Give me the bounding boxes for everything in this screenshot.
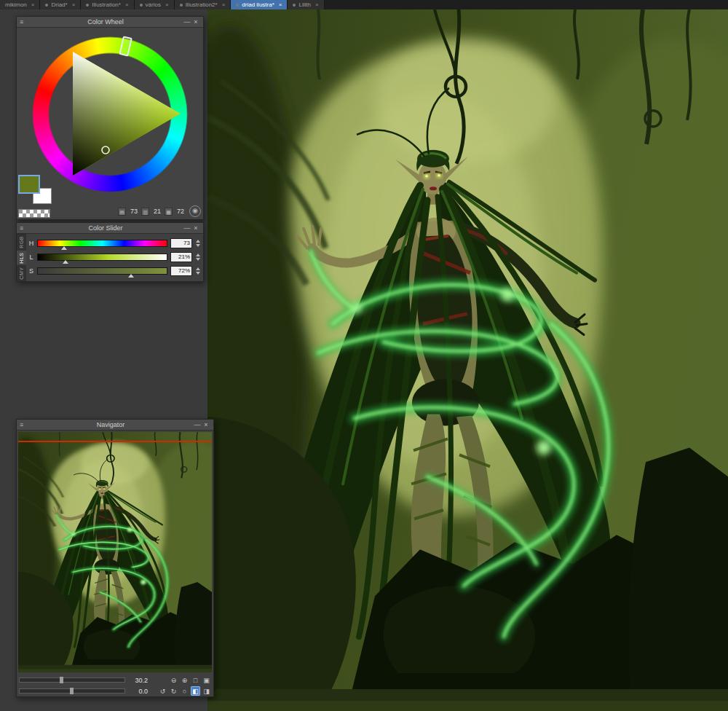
rotation-row: 0.0 ↺ ↻ ○ ◧ ◨	[19, 686, 211, 696]
tab-close-icon[interactable]: ×	[72, 0, 76, 9]
zoom-row: 30.2 ⊖ ⊕ □ ▣	[19, 675, 211, 686]
minimize-icon[interactable]: —	[193, 421, 202, 428]
panel-title: Color Wheel	[28, 18, 183, 25]
tab-label: mikimon	[5, 0, 27, 9]
tab-label: Illustration*	[92, 0, 121, 9]
zoom-value: 30.2	[127, 677, 148, 684]
tab-illustration2[interactable]: Illustration2* ×	[175, 0, 232, 9]
hue-slider-marker[interactable]	[61, 246, 67, 250]
luminosity-slider[interactable]	[37, 254, 167, 261]
reset-rotation-icon[interactable]: ○	[180, 686, 189, 696]
tab-label: Driad*	[51, 0, 67, 9]
tab-rgb[interactable]: RGB	[17, 234, 26, 250]
rotation-slider-thumb[interactable]	[70, 688, 74, 694]
sv-triangle[interactable]	[32, 36, 188, 192]
hue-readout-icon: ▤	[118, 208, 126, 216]
luminosity-slider-label: L	[28, 254, 34, 261]
luminosity-readout-icon: ▥	[141, 208, 149, 216]
panel-title: Navigator	[28, 421, 193, 428]
luminosity-readout-value: 21	[151, 208, 161, 215]
hue-readout-value: 73	[128, 208, 138, 215]
tab-close-icon[interactable]: ×	[31, 0, 35, 9]
saturation-slider-label: S	[28, 267, 34, 275]
tab-driad-ilustra[interactable]: driad ilustra* ×	[231, 0, 288, 9]
primary-color-swatch[interactable]	[18, 175, 40, 194]
tab-modified-dot	[140, 4, 143, 7]
actual-size-icon[interactable]: ▣	[202, 675, 211, 685]
tab-driad[interactable]: Driad* ×	[40, 0, 81, 9]
flip-horizontal-icon[interactable]: ◧	[191, 686, 200, 696]
minimize-icon[interactable]: —	[183, 18, 191, 25]
rotation-slider[interactable]	[19, 688, 125, 694]
navigator-thumbnail[interactable]	[18, 432, 212, 672]
close-icon[interactable]: ×	[202, 421, 210, 428]
tab-close-icon[interactable]: ×	[165, 0, 169, 9]
tab-label: Illustration2*	[186, 0, 218, 9]
color-slider-titlebar: ≡ Color Slider — ×	[17, 223, 203, 234]
color-wheel-body: ▤ 73 ▥ 21 ▦ 72 ◉	[17, 28, 203, 219]
rotate-ccw-icon[interactable]: ↺	[158, 686, 167, 696]
panel-menu-icon[interactable]: ≡	[20, 224, 28, 232]
tab-modified-dot	[180, 4, 183, 7]
close-icon[interactable]: ×	[191, 224, 200, 232]
luminosity-value-field[interactable]: 21%	[170, 252, 192, 262]
navigator-titlebar: ≡ Navigator — ×	[17, 420, 213, 431]
saturation-value-field[interactable]: 72%	[170, 266, 192, 276]
luminosity-spinner[interactable]	[195, 254, 200, 261]
panel-menu-icon[interactable]: ≡	[20, 421, 28, 428]
saturation-slider[interactable]	[37, 267, 167, 275]
navigator-preview[interactable]	[18, 432, 212, 672]
saturation-readout-value: 72	[175, 208, 184, 215]
luminosity-slider-marker[interactable]	[63, 260, 68, 264]
tab-label: vários	[146, 0, 161, 9]
color-wheel-panel: ≡ Color Wheel — × ▤ 73 ▥ 21 ▦ 72	[16, 16, 204, 220]
tab-label: driad ilustra*	[242, 0, 274, 9]
color-mode-tabs: RGB HLS CMY	[17, 234, 26, 281]
zoom-out-icon[interactable]: ⊖	[169, 675, 178, 685]
fit-to-window-icon[interactable]: □	[191, 675, 200, 685]
tab-label: Lilith	[298, 0, 310, 9]
hue-slider-row: H 73	[28, 237, 200, 249]
color-mode-icon[interactable]: ◉	[189, 205, 201, 217]
hue-slider[interactable]	[37, 240, 167, 247]
navigator-view-indicator[interactable]	[18, 441, 212, 442]
tab-varios[interactable]: vários ×	[135, 0, 175, 9]
canvas-artwork[interactable]	[207, 9, 728, 711]
zoom-slider-thumb[interactable]	[60, 677, 63, 683]
tab-hls[interactable]: HLS	[17, 250, 26, 266]
panel-menu-icon[interactable]: ≡	[20, 18, 28, 25]
panel-title: Color Slider	[28, 224, 183, 232]
navigator-panel: ≡ Navigator — × 30.2 ⊖ ⊕ □ ▣	[16, 419, 214, 697]
close-icon[interactable]: ×	[191, 18, 200, 25]
minimize-icon[interactable]: —	[183, 224, 191, 232]
saturation-readout-icon: ▦	[165, 208, 173, 216]
zoom-slider[interactable]	[19, 677, 125, 683]
tab-mikimon[interactable]: mikimon ×	[0, 0, 40, 9]
hue-spinner[interactable]	[195, 240, 200, 247]
rotation-value: 0.0	[127, 688, 148, 695]
flip-vertical-icon[interactable]: ◨	[202, 686, 211, 696]
hue-slider-label: H	[28, 240, 34, 247]
tab-close-icon[interactable]: ×	[222, 0, 226, 9]
tab-lilith[interactable]: Lilith ×	[288, 0, 324, 9]
document-tabbar: mikimon × Driad* × Illustration* × vário…	[0, 0, 728, 9]
transparent-color-swatch[interactable]	[18, 209, 50, 218]
tab-modified-dot	[45, 4, 48, 7]
tab-modified-dot	[86, 4, 89, 7]
workspace: ≡ Color Wheel — × ▤ 73 ▥ 21 ▦ 72	[0, 9, 728, 711]
color-wheel-titlebar: ≡ Color Wheel — ×	[17, 17, 203, 28]
saturation-slider-row: S 72%	[28, 264, 200, 277]
zoom-in-icon[interactable]: ⊕	[180, 675, 189, 685]
saturation-spinner[interactable]	[195, 267, 200, 275]
tab-modified-dot	[293, 4, 296, 7]
color-slider-panel: ≡ Color Slider — × RGB HLS CMY H 73	[16, 222, 204, 282]
saturation-slider-marker[interactable]	[128, 274, 134, 278]
rotate-cw-icon[interactable]: ↻	[169, 686, 178, 696]
tab-close-icon[interactable]: ×	[315, 0, 319, 9]
tab-close-icon[interactable]: ×	[125, 0, 129, 9]
tab-close-icon[interactable]: ×	[279, 0, 282, 9]
tab-modified-dot	[236, 4, 239, 7]
tab-illustration[interactable]: Illustration* ×	[81, 0, 134, 9]
hue-value-field[interactable]: 73	[170, 238, 192, 248]
tab-cmy[interactable]: CMY	[17, 265, 26, 281]
